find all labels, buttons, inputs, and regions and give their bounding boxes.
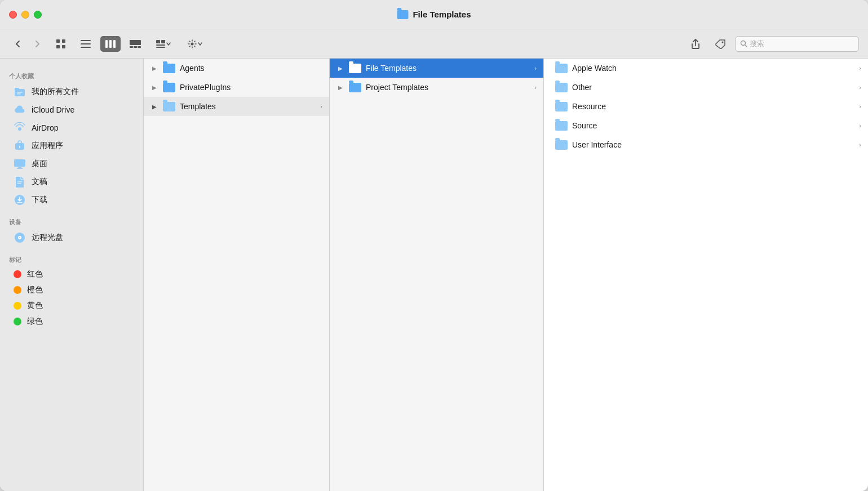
- sidebar-item-red[interactable]: 红色: [5, 266, 139, 282]
- svg-point-26: [18, 127, 21, 131]
- personal-section-header: 个人收藏: [0, 70, 143, 83]
- settings-icon: [188, 39, 197, 48]
- search-placeholder: 搜索: [750, 39, 764, 49]
- devices-section-header: 设备: [0, 216, 143, 229]
- sidebar-item-documents[interactable]: 文稿: [5, 173, 139, 191]
- col2-file-templates[interactable]: ▶ File Templates ›: [330, 59, 543, 78]
- sidebar-item-green[interactable]: 绿色: [5, 314, 139, 329]
- svg-point-19: [722, 41, 724, 43]
- col3-source[interactable]: Source ›: [544, 116, 868, 135]
- user-interface-folder-icon: [555, 140, 568, 150]
- green-label: 绿色: [27, 316, 43, 327]
- share-button[interactable]: [685, 36, 706, 52]
- minimize-button[interactable]: [21, 11, 29, 19]
- red-tag-dot: [14, 270, 21, 278]
- browser-columns: ▶ Agents ▶ PrivatePlugIns ▶ Templates ›: [144, 59, 868, 491]
- col3-apple-watch[interactable]: Apple Watch ›: [544, 59, 868, 78]
- desktop-label: 桌面: [32, 159, 47, 169]
- all-files-label: 我的所有文件: [32, 87, 79, 97]
- traffic-lights: [9, 11, 42, 19]
- search-icon: [740, 40, 747, 47]
- gallery-view-button[interactable]: [125, 36, 145, 52]
- orange-tag-dot: [14, 286, 21, 294]
- other-folder-icon: [555, 83, 568, 92]
- icon-view-icon: [56, 39, 66, 49]
- share-icon: [690, 38, 701, 50]
- sidebar-item-all-files[interactable]: 我的所有文件: [5, 83, 139, 101]
- close-button[interactable]: [9, 11, 17, 19]
- svg-rect-29: [14, 159, 25, 167]
- col3-user-interface[interactable]: User Interface ›: [544, 135, 868, 154]
- icon-view-button[interactable]: [51, 36, 71, 52]
- svg-rect-5: [81, 43, 91, 44]
- forward-button[interactable]: [28, 36, 46, 52]
- sidebar-item-icloud[interactable]: iCloud Drive: [5, 101, 139, 119]
- expand-project-icon: ▶: [336, 83, 344, 91]
- svg-rect-9: [113, 40, 116, 48]
- sidebar-item-desktop[interactable]: 桌面: [5, 155, 139, 173]
- green-tag-dot: [14, 318, 21, 325]
- agents-folder-icon: [163, 64, 175, 73]
- project-templates-folder-icon: [349, 83, 361, 92]
- back-button[interactable]: [9, 36, 27, 52]
- col3-resource[interactable]: Resource ›: [544, 97, 868, 116]
- yellow-label: 黄色: [27, 301, 43, 311]
- maximize-button[interactable]: [34, 11, 42, 19]
- svg-rect-12: [134, 46, 137, 48]
- private-plugins-label: PrivatePlugIns: [180, 83, 322, 92]
- sidebar-item-remote-disc[interactable]: 远程光盘: [5, 229, 139, 247]
- sidebar-item-yellow[interactable]: 黄色: [5, 298, 139, 314]
- expand-agents-icon: ▶: [150, 64, 158, 72]
- titlebar: File Templates: [0, 0, 868, 29]
- col3-other[interactable]: Other ›: [544, 78, 868, 97]
- sidebar-item-airdrop[interactable]: AirDrop: [5, 119, 139, 137]
- col1-private-plugins[interactable]: ▶ PrivatePlugIns: [144, 78, 329, 97]
- finder-window: File Templates: [0, 0, 868, 491]
- svg-point-18: [191, 42, 194, 45]
- downloads-label: 下载: [32, 195, 47, 205]
- column-1: ▶ Agents ▶ PrivatePlugIns ▶ Templates ›: [144, 59, 330, 491]
- svg-rect-25: [17, 93, 21, 95]
- list-view-button[interactable]: [76, 36, 96, 52]
- group-button[interactable]: [150, 36, 177, 52]
- apple-watch-folder-icon: [555, 64, 568, 73]
- sidebar-item-downloads[interactable]: 下载: [5, 191, 139, 209]
- search-box[interactable]: 搜索: [735, 36, 859, 52]
- tag-button[interactable]: [710, 36, 730, 52]
- col1-agents[interactable]: ▶ Agents: [144, 59, 329, 78]
- remote-disc-label: 远程光盘: [32, 233, 63, 243]
- col1-templates[interactable]: ▶ Templates ›: [144, 97, 329, 116]
- titlebar-folder-icon: [397, 10, 408, 19]
- column-view-icon: [105, 40, 116, 48]
- resource-chevron: ›: [859, 103, 861, 110]
- sidebar: 个人收藏 我的所有文件 iClo: [0, 59, 144, 491]
- other-label: Other: [572, 83, 854, 92]
- col2-project-templates[interactable]: ▶ Project Templates ›: [330, 78, 543, 97]
- tags-section-header: 标记: [0, 253, 143, 266]
- orange-label: 橙色: [27, 285, 43, 295]
- templates-folder-icon: [163, 102, 175, 111]
- source-chevron: ›: [859, 122, 861, 129]
- column-3: Apple Watch › Other › Resource › Source …: [544, 59, 868, 491]
- sidebar-item-apps[interactable]: 应用程序: [5, 137, 139, 155]
- file-templates-folder-icon: [349, 64, 361, 73]
- source-folder-icon: [555, 121, 568, 131]
- svg-point-38: [19, 237, 20, 238]
- documents-icon: [14, 176, 26, 188]
- yellow-tag-dot: [14, 302, 21, 310]
- settings-button[interactable]: [181, 36, 209, 52]
- group-dropdown-icon: [166, 42, 171, 46]
- icloud-icon: [14, 104, 26, 116]
- column-view-button[interactable]: [100, 36, 121, 52]
- resource-folder-icon: [555, 102, 568, 111]
- user-interface-label: User Interface: [572, 140, 854, 149]
- private-plugins-folder-icon: [163, 83, 175, 92]
- apps-label: 应用程序: [32, 141, 63, 151]
- svg-rect-16: [156, 44, 165, 46]
- svg-rect-6: [81, 47, 91, 48]
- column-2: ▶ File Templates › ▶ Project Templates ›: [330, 59, 544, 491]
- svg-rect-28: [19, 146, 20, 148]
- sidebar-item-orange[interactable]: 橙色: [5, 282, 139, 298]
- source-label: Source: [572, 121, 854, 130]
- airdrop-icon: [14, 122, 26, 134]
